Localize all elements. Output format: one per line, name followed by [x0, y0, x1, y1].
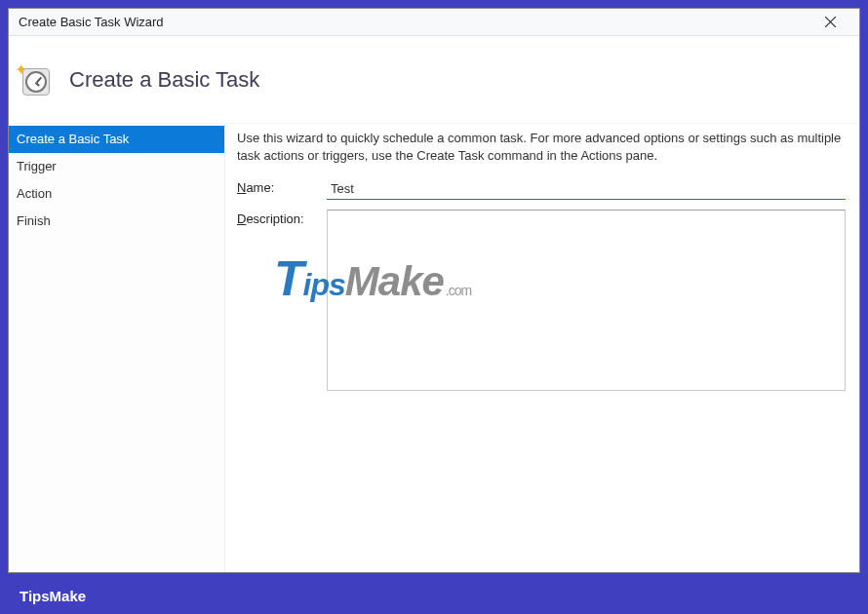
description-row: Description:	[237, 210, 846, 391]
name-label: Name:	[237, 178, 327, 195]
close-icon	[825, 17, 836, 27]
titlebar: Create Basic Task Wizard	[9, 9, 859, 36]
sidebar-item-finish[interactable]: Finish	[9, 208, 224, 235]
wizard-window: Create Basic Task Wizard ✦ Create a Basi…	[8, 8, 860, 573]
name-row: Name:	[237, 178, 846, 200]
page-title: Create a Basic Task	[69, 67, 259, 93]
name-input[interactable]	[327, 178, 846, 200]
task-scheduler-icon: ✦	[17, 62, 52, 97]
sidebar-item-trigger[interactable]: Trigger	[9, 153, 224, 180]
wizard-main-panel: Use this wizard to quickly schedule a co…	[225, 124, 859, 572]
sidebar-item-create-basic-task[interactable]: Create a Basic Task	[9, 126, 224, 153]
wizard-steps-sidebar: Create a Basic Task Trigger Action Finis…	[9, 124, 225, 572]
sidebar-item-action[interactable]: Action	[9, 180, 224, 208]
description-label: Description:	[237, 210, 327, 226]
footer-brand: TipsMake	[20, 588, 86, 604]
wizard-header: ✦ Create a Basic Task	[9, 36, 859, 124]
description-textarea[interactable]	[327, 210, 846, 391]
window-title: Create Basic Task Wizard	[19, 15, 164, 29]
wizard-body: Create a Basic Task Trigger Action Finis…	[9, 124, 859, 572]
instruction-text: Use this wizard to quickly schedule a co…	[237, 130, 846, 165]
close-button[interactable]	[810, 9, 849, 36]
